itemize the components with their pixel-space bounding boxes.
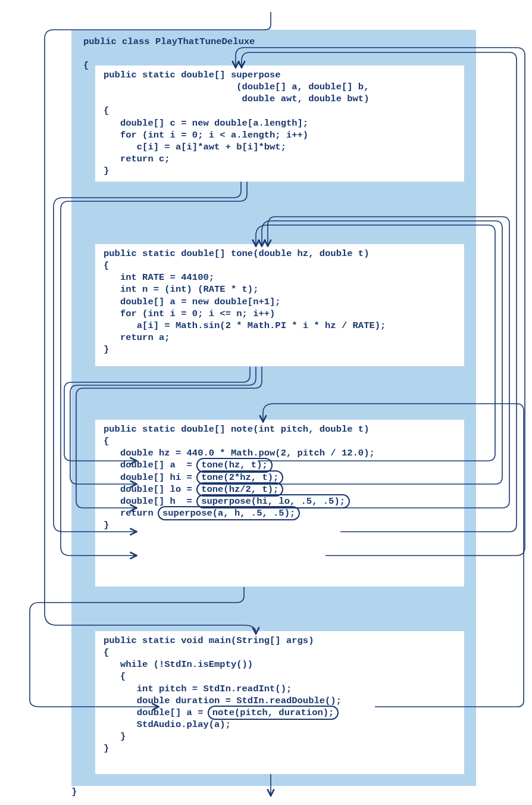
note-l5a: double[] hi = xyxy=(104,472,198,483)
call-superpose-ah: superpose(a, h, .5, .5); xyxy=(158,506,300,520)
main-l4: int pitch = StdIn.readInt(); xyxy=(104,684,292,694)
main-l6a: double[] a = xyxy=(104,707,209,718)
superpose-sig-line2: (double[] a, double[] b, xyxy=(104,82,369,92)
method-tone: public static double[] tone(double hz, d… xyxy=(95,244,464,366)
class-declaration: public class PlayThatTuneDeluxe xyxy=(83,36,255,48)
tone-sig: public static double[] tone(double hz, d… xyxy=(104,248,369,259)
superpose-sig-line1: public static double[] superpose xyxy=(104,70,281,80)
main-l2: while (!StdIn.isEmpty()) xyxy=(104,659,253,670)
superpose-body: { xyxy=(104,105,109,116)
main-sig: public static void main(String[] args) xyxy=(104,635,314,646)
note-l13: } xyxy=(104,520,109,531)
note-sig: public static double[] note(int pitch, d… xyxy=(104,424,369,435)
main-l5: double duration = StdIn.readDouble(); xyxy=(104,695,342,706)
diagram-canvas: public class PlayThatTuneDeluxe { } publ… xyxy=(6,12,526,798)
class-open-brace: { xyxy=(83,60,89,71)
method-note: public static double[] note(int pitch, d… xyxy=(95,420,464,586)
main-l10: } xyxy=(104,743,109,754)
main-l1: { xyxy=(104,647,109,658)
main-l8: StdAudio.play(a); xyxy=(104,719,231,730)
note-l7a: double[] lo = xyxy=(104,484,198,495)
tone-body: { xyxy=(104,260,109,271)
note-l2: double hz = 440.0 * Math.pow(2, pitch / … xyxy=(104,448,375,458)
note-l9a: double[] h = xyxy=(104,496,198,507)
main-l9: } xyxy=(104,731,126,742)
note-l1: { xyxy=(104,436,109,447)
call-note: note(pitch, duration); xyxy=(208,706,339,720)
note-l3a: double[] a = xyxy=(104,460,198,470)
method-superpose: public static double[] superpose (double… xyxy=(95,65,464,182)
note-l11a: return xyxy=(104,508,159,519)
class-close-brace: } xyxy=(71,786,77,798)
method-main: public static void main(String[] args){ … xyxy=(95,631,464,774)
main-l3: { xyxy=(104,671,126,682)
superpose-sig-line3: double awt, double bwt) xyxy=(104,93,369,104)
